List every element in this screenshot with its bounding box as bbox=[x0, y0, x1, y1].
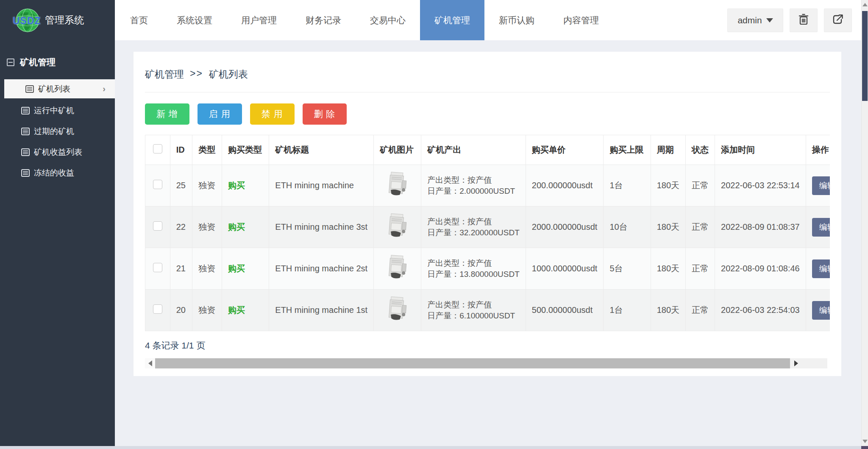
trash-button[interactable] bbox=[790, 8, 818, 32]
edit-button[interactable]: 编辑 bbox=[812, 259, 830, 278]
miner-image bbox=[384, 254, 411, 281]
user-menu-button[interactable]: admin bbox=[727, 8, 783, 32]
cell-cycle: 180天 bbox=[651, 165, 685, 206]
cell-limit: 5台 bbox=[604, 248, 651, 290]
col-header-limit: 购买上限 bbox=[604, 135, 651, 165]
cell-price: 200.000000usdt bbox=[526, 165, 604, 206]
top-nav-item-3[interactable]: 用户管理 bbox=[227, 0, 291, 40]
top-nav-item-6[interactable]: 矿机管理 bbox=[420, 0, 484, 40]
vertical-scrollbar-thumb[interactable] bbox=[862, 11, 868, 101]
scrollbar-corner bbox=[861, 446, 868, 449]
sidebar-item-label: 运行中矿机 bbox=[34, 105, 74, 116]
cell-checkbox bbox=[145, 290, 170, 331]
cell-title: ETH mining machine 1st bbox=[269, 290, 374, 331]
sidebar-section-title: 矿机管理 bbox=[20, 56, 56, 68]
edit-button[interactable]: 编辑 bbox=[812, 176, 830, 195]
select-all-checkbox[interactable] bbox=[153, 144, 162, 153]
toolbar-button-4[interactable]: 删 除 bbox=[303, 103, 347, 125]
scroll-left-arrow-icon[interactable] bbox=[145, 358, 155, 368]
cell-limit: 1台 bbox=[604, 290, 651, 331]
breadcrumb-current: 矿机列表 bbox=[209, 68, 248, 81]
toolbar-button-3[interactable]: 禁 用 bbox=[250, 103, 295, 125]
cell-type: 独资 bbox=[192, 165, 222, 206]
scroll-up-arrow-icon[interactable] bbox=[862, 3, 868, 6]
top-nav-item-2[interactable]: 系统设置 bbox=[162, 0, 227, 40]
table-header-row: ID类型购买类型矿机标题矿机图片矿机产出购买单价购买上限周期状态添加时间操作 bbox=[145, 135, 830, 165]
cell-cycle: 180天 bbox=[651, 290, 685, 331]
scroll-right-arrow-icon[interactable] bbox=[791, 358, 801, 368]
table-row: 20独资购买ETH mining machine 1st产出类型：按产值日产量：… bbox=[145, 290, 830, 331]
cell-price: 2000.000000usdt bbox=[526, 206, 604, 248]
sidebar-menu: 矿机列表›运行中矿机›过期的矿机›矿机收益列表›冻结的收益› bbox=[0, 79, 115, 183]
sidebar-section-header[interactable]: 矿机管理 bbox=[0, 40, 115, 68]
list-icon bbox=[21, 169, 30, 177]
cell-buy-type: 购买 bbox=[222, 206, 269, 248]
toolbar-button-1[interactable]: 新 增 bbox=[145, 103, 189, 125]
cell-status: 正常 bbox=[686, 290, 715, 331]
horizontal-scrollbar-thumb[interactable] bbox=[155, 358, 790, 368]
top-bar: USDZ 管理系统 首页系统设置用户管理财务记录交易中心矿机管理新币认购内容管理… bbox=[0, 0, 861, 40]
top-nav-item-7[interactable]: 新币认购 bbox=[484, 0, 549, 40]
logo-text: USDZ bbox=[13, 15, 41, 27]
divider bbox=[145, 92, 830, 92]
cell-id: 22 bbox=[170, 206, 192, 248]
logout-button[interactable] bbox=[824, 8, 852, 32]
sidebar-item-3[interactable]: 过期的矿机› bbox=[0, 121, 115, 142]
bottom-strip bbox=[0, 446, 861, 449]
cell-added: 2022-08-09 01:08:37 bbox=[715, 206, 806, 248]
table-row: 22独资购买ETH mining machine 3st产出类型：按产值日产量：… bbox=[145, 206, 830, 248]
buy-type-label: 购买 bbox=[228, 222, 245, 231]
breadcrumb-parent: 矿机管理 bbox=[145, 68, 184, 81]
sidebar-item-1[interactable]: 矿机列表› bbox=[4, 79, 115, 98]
cell-limit: 10台 bbox=[604, 206, 651, 248]
cell-output: 产出类型：按产值日产量：6.100000USDT bbox=[421, 290, 526, 331]
row-checkbox[interactable] bbox=[153, 304, 162, 314]
col-header-img: 矿机图片 bbox=[374, 135, 421, 165]
col-header-cycle: 周期 bbox=[651, 135, 685, 165]
vertical-scrollbar[interactable] bbox=[861, 0, 868, 446]
daily-output: 日产量：6.100000USDT bbox=[427, 310, 520, 321]
logo: USDZ 管理系统 bbox=[0, 0, 115, 40]
table-row: 25独资购买ETH mining machine产出类型：按产值日产量：2.00… bbox=[145, 165, 830, 206]
toolbar-button-2[interactable]: 启 用 bbox=[198, 103, 242, 125]
row-checkbox[interactable] bbox=[153, 180, 162, 189]
col-header-title: 矿机标题 bbox=[269, 135, 374, 165]
row-checkbox[interactable] bbox=[153, 221, 162, 231]
horizontal-scrollbar[interactable] bbox=[145, 358, 827, 368]
cell-action: 编辑 bbox=[806, 290, 830, 331]
cell-image bbox=[374, 290, 421, 331]
sidebar-item-2[interactable]: 运行中矿机› bbox=[0, 100, 115, 121]
top-nav-item-1[interactable]: 首页 bbox=[116, 0, 162, 40]
daily-output: 日产量：32.200000USDT bbox=[427, 227, 520, 238]
cell-cycle: 180天 bbox=[651, 206, 685, 248]
sidebar: 矿机管理 矿机列表›运行中矿机›过期的矿机›矿机收益列表›冻结的收益› bbox=[0, 40, 115, 446]
top-nav-item-4[interactable]: 财务记录 bbox=[291, 0, 356, 40]
cell-buy-type: 购买 bbox=[222, 290, 269, 331]
content-card: 矿机管理 >> 矿机列表 新 增启 用禁 用删 除 ID类型购买类型矿机标题矿机… bbox=[134, 52, 841, 376]
daily-output: 日产量：13.800000USDT bbox=[427, 269, 520, 280]
cell-output: 产出类型：按产值日产量：13.800000USDT bbox=[421, 248, 526, 290]
sidebar-item-4[interactable]: 矿机收益列表› bbox=[0, 142, 115, 162]
chevron-right-icon: › bbox=[103, 84, 106, 94]
edit-button[interactable]: 编辑 bbox=[812, 301, 830, 320]
col-header-check bbox=[145, 135, 170, 165]
cell-limit: 1台 bbox=[604, 165, 651, 206]
output-type: 产出类型：按产值 bbox=[427, 216, 520, 227]
edit-button[interactable]: 编辑 bbox=[812, 218, 830, 237]
buy-type-label: 购买 bbox=[228, 181, 245, 190]
trash-icon bbox=[798, 14, 809, 27]
table-row: 21独资购买ETH mining machine 2st产出类型：按产值日产量：… bbox=[145, 248, 830, 290]
row-checkbox[interactable] bbox=[153, 263, 162, 272]
list-icon bbox=[21, 148, 30, 156]
cell-title: ETH mining machine bbox=[269, 165, 374, 206]
output-type: 产出类型：按产值 bbox=[427, 299, 520, 310]
app-name: 管理系统 bbox=[45, 14, 84, 27]
sidebar-item-5[interactable]: 冻结的收益› bbox=[0, 162, 115, 183]
breadcrumb-separator: >> bbox=[190, 68, 203, 81]
col-header-buytype: 购买类型 bbox=[222, 135, 269, 165]
top-nav-item-8[interactable]: 内容管理 bbox=[549, 0, 613, 40]
top-nav-item-5[interactable]: 交易中心 bbox=[356, 0, 420, 40]
logout-icon bbox=[832, 14, 844, 27]
scroll-down-arrow-icon[interactable] bbox=[862, 440, 868, 443]
user-name: admin bbox=[737, 15, 762, 25]
